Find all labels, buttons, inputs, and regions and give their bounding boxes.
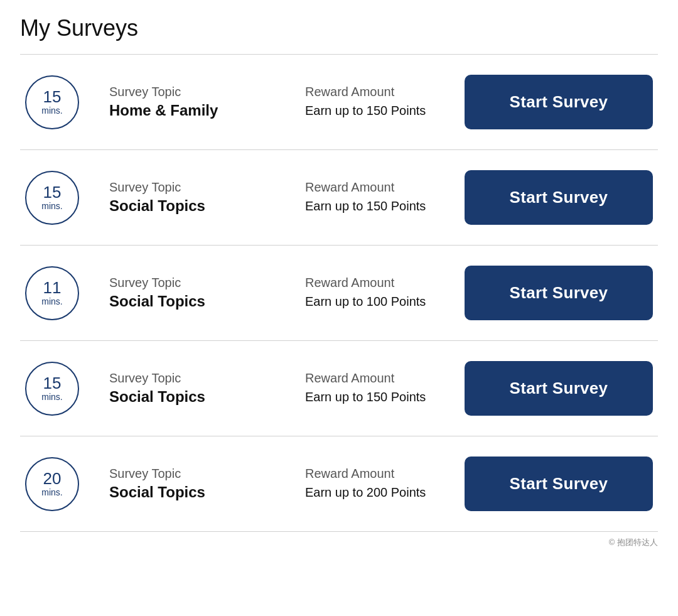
- time-circle: 20 mins.: [25, 457, 79, 511]
- time-label: mins.: [41, 105, 62, 116]
- reward-value: Earn up to 150 Points: [305, 102, 434, 119]
- page-title: My Surveys: [20, 15, 658, 41]
- time-number: 20: [43, 470, 62, 488]
- reward-value: Earn up to 150 Points: [305, 388, 434, 406]
- reward-label: Reward Amount: [305, 276, 434, 290]
- reward-label: Reward Amount: [305, 180, 434, 195]
- survey-topic-section: Survey Topic Social Topics: [109, 467, 285, 501]
- page-container: My Surveys 15 mins. Survey Topic Home & …: [0, 0, 678, 566]
- start-survey-button[interactable]: Start Survey: [465, 170, 653, 225]
- survey-topic-value: Social Topics: [109, 293, 285, 310]
- time-number: 11: [43, 279, 62, 297]
- time-label: mins.: [41, 201, 62, 212]
- survey-topic-label: Survey Topic: [109, 371, 285, 386]
- reward-section: Reward Amount Earn up to 100 Points: [305, 276, 434, 310]
- survey-topic-value: Social Topics: [109, 197, 285, 215]
- start-survey-button[interactable]: Start Survey: [465, 75, 653, 129]
- survey-topic-section: Survey Topic Social Topics: [109, 180, 285, 215]
- reward-label: Reward Amount: [305, 371, 434, 386]
- reward-section: Reward Amount Earn up to 150 Points: [305, 371, 434, 406]
- survey-topic-section: Survey Topic Home & Family: [109, 85, 285, 119]
- survey-topic-value: Social Topics: [109, 484, 285, 501]
- reward-label: Reward Amount: [305, 467, 434, 481]
- time-number: 15: [43, 374, 62, 392]
- time-circle: 15 mins.: [25, 75, 79, 129]
- survey-item: 20 mins. Survey Topic Social Topics Rewa…: [20, 436, 658, 532]
- time-circle: 15 mins.: [25, 362, 79, 416]
- reward-value: Earn up to 100 Points: [305, 293, 434, 310]
- reward-value: Earn up to 150 Points: [305, 197, 434, 215]
- time-number: 15: [43, 88, 62, 106]
- survey-topic-label: Survey Topic: [109, 276, 285, 290]
- survey-topic-section: Survey Topic Social Topics: [109, 371, 285, 406]
- start-survey-button[interactable]: Start Survey: [465, 266, 653, 320]
- time-label: mins.: [41, 487, 62, 498]
- reward-section: Reward Amount Earn up to 150 Points: [305, 180, 434, 215]
- time-label: mins.: [41, 296, 62, 307]
- time-circle: 15 mins.: [25, 171, 79, 225]
- survey-list: 15 mins. Survey Topic Home & Family Rewa…: [20, 55, 658, 532]
- survey-item: 15 mins. Survey Topic Home & Family Rewa…: [20, 55, 658, 150]
- start-survey-button[interactable]: Start Survey: [465, 457, 653, 511]
- watermark: © 抱团特达人: [20, 532, 658, 551]
- time-number: 15: [43, 183, 62, 202]
- survey-topic-section: Survey Topic Social Topics: [109, 276, 285, 310]
- reward-section: Reward Amount Earn up to 200 Points: [305, 467, 434, 501]
- survey-topic-label: Survey Topic: [109, 467, 285, 481]
- reward-section: Reward Amount Earn up to 150 Points: [305, 85, 434, 119]
- survey-item: 15 mins. Survey Topic Social Topics Rewa…: [20, 341, 658, 436]
- survey-topic-label: Survey Topic: [109, 180, 285, 195]
- survey-item: 15 mins. Survey Topic Social Topics Rewa…: [20, 150, 658, 246]
- survey-topic-value: Social Topics: [109, 388, 285, 406]
- survey-item: 11 mins. Survey Topic Social Topics Rewa…: [20, 246, 658, 341]
- reward-value: Earn up to 200 Points: [305, 484, 434, 501]
- reward-label: Reward Amount: [305, 85, 434, 99]
- time-label: mins.: [41, 392, 62, 403]
- time-circle: 11 mins.: [25, 266, 79, 320]
- start-survey-button[interactable]: Start Survey: [465, 361, 653, 416]
- survey-topic-label: Survey Topic: [109, 85, 285, 99]
- survey-topic-value: Home & Family: [109, 102, 285, 119]
